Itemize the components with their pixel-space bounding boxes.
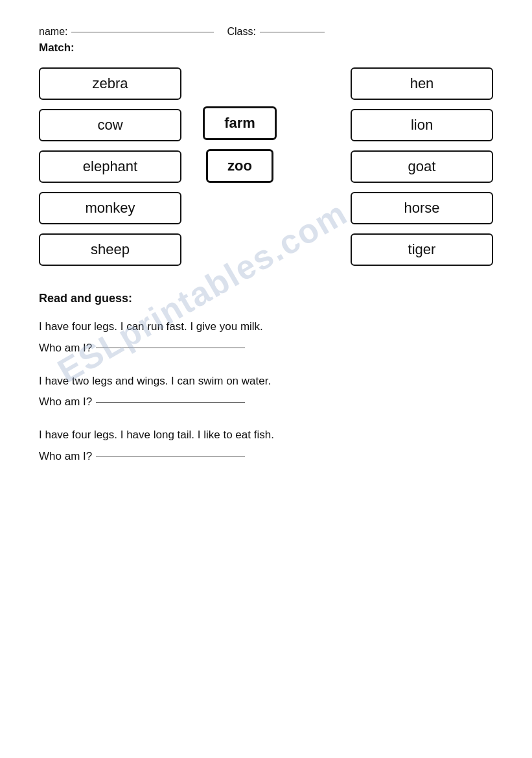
riddle-text-2: I have two legs and wings. I can swim on…: [39, 373, 493, 390]
riddle-text-3: I have four legs. I have long tail. I li…: [39, 427, 493, 444]
class-label: Class:: [227, 26, 255, 38]
riddle-block-1: I have four legs. I can run fast. I give…: [39, 318, 493, 355]
animal-box-tiger: tiger: [351, 233, 493, 266]
animal-box-elephant: elephant: [39, 150, 181, 183]
who-prefix-1: Who am I?: [39, 342, 92, 355]
who-line-2: Who am I?: [39, 396, 493, 409]
class-field: Class:: [227, 26, 324, 38]
name-input-line: [71, 32, 214, 32]
riddle-block-2: I have two legs and wings. I can swim on…: [39, 373, 493, 409]
answer-line-3: [96, 456, 245, 456]
who-line-1: Who am I?: [39, 342, 493, 355]
animal-box-horse: horse: [351, 192, 493, 224]
animal-box-cow: cow: [39, 109, 181, 141]
riddle-text-1: I have four legs. I can run fast. I give…: [39, 318, 493, 335]
animal-box-hen: hen: [351, 67, 493, 100]
animal-box-monkey: monkey: [39, 192, 181, 224]
answer-line-2: [96, 402, 245, 403]
read-section: Read and guess: I have four legs. I can …: [39, 292, 493, 463]
name-field: name:: [39, 26, 214, 38]
match-section: zebra cow elephant monkey sheep farm zoo…: [39, 67, 493, 266]
category-box-zoo: zoo: [206, 149, 273, 183]
animal-box-lion: lion: [351, 109, 493, 141]
animal-box-goat: goat: [351, 150, 493, 183]
riddle-block-3: I have four legs. I have long tail. I li…: [39, 427, 493, 463]
animal-box-zebra: zebra: [39, 67, 181, 100]
right-animal-column: hen lion goat horse tiger: [351, 67, 493, 266]
header-row: name: Class:: [39, 26, 493, 38]
read-label: Read and guess:: [39, 292, 493, 305]
category-box-farm: farm: [203, 106, 277, 140]
who-prefix-2: Who am I?: [39, 396, 92, 409]
answer-line-1: [96, 348, 245, 348]
who-prefix-3: Who am I?: [39, 450, 92, 463]
name-label: name:: [39, 26, 67, 38]
category-column: farm zoo: [181, 67, 298, 183]
class-input-line: [260, 32, 325, 32]
who-line-3: Who am I?: [39, 450, 493, 463]
match-label: Match:: [39, 41, 493, 54]
left-animal-column: zebra cow elephant monkey sheep: [39, 67, 181, 266]
animal-box-sheep: sheep: [39, 233, 181, 266]
